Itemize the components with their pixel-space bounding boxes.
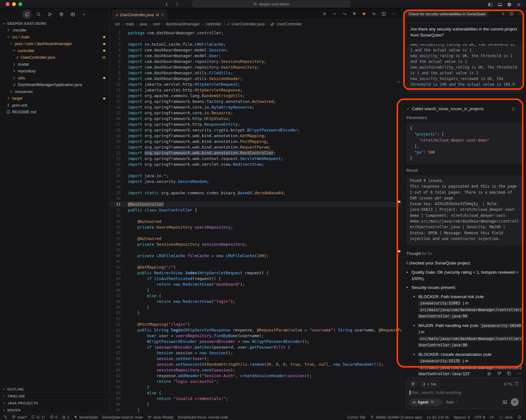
window-grid-icon[interactable] xyxy=(69,10,77,18)
code-line-17[interactable]: 17import org.springframework.http.Respon… xyxy=(110,122,401,127)
split-editor-icon[interactable] xyxy=(381,11,386,17)
status-utf-8[interactable]: UTF-8 xyxy=(475,415,485,419)
code-line-3[interactable]: 3import cn.hutool.cache.file.LRUFileCach… xyxy=(110,42,401,47)
tree-item-repository[interactable]: repository xyxy=(0,68,109,75)
usage-indicator[interactable]: 9.7% xyxy=(504,382,519,386)
code-line-63[interactable]: 63 } xyxy=(110,384,401,390)
code-line-23[interactable]: 23import org.springframework.web.context… xyxy=(110,156,401,162)
tree-item--vscode[interactable]: .vscode xyxy=(0,27,109,34)
status-bell[interactable] xyxy=(517,415,522,419)
tree-item-model[interactable]: model xyxy=(0,61,109,68)
code-line-25[interactable]: 25 xyxy=(110,167,401,173)
code-line-34[interactable]: 34 @Autowired xyxy=(110,219,401,224)
search-icon[interactable] xyxy=(34,10,43,18)
tree-item-target[interactable]: target xyxy=(0,95,109,102)
breadcrumb[interactable]: src›main›java›com›dashboardmanager›contr… xyxy=(110,20,401,29)
status-cursor-tab[interactable]: Cursor Tab xyxy=(347,415,365,419)
code-line-15[interactable]: 15import org.springframework.core.io.Res… xyxy=(110,110,401,116)
tree-item-java-com-dashboardmanager[interactable]: java / com / dashboardmanager xyxy=(0,40,109,47)
sidebar-section-timeline[interactable]: TIMELINE xyxy=(0,392,109,399)
code-line-42[interactable]: 42 @GetMapping("/") xyxy=(110,264,401,270)
code-line-16[interactable]: 16import org.springframework.http.HttpSt… xyxy=(110,116,401,122)
code-line-10[interactable]: 10import jakarta.servlet.http.HttpServle… xyxy=(110,82,401,87)
code-line-53[interactable]: 53 public String login(HttpServletRespon… xyxy=(110,327,401,333)
prompt-input[interactable]: Plan, search, build anything xyxy=(410,390,519,395)
agent-mode-selector[interactable]: ∞ Agent ⌘I ⌃ xyxy=(410,398,442,406)
code-line-1[interactable]: 1package com.dashboardmanager.controller… xyxy=(110,30,401,36)
quality-gate-output[interactable]: new_reliability_rating is OK, the thresh… xyxy=(406,44,523,93)
code-line-36[interactable]: 36 xyxy=(110,230,401,236)
ellipsis-icon[interactable] xyxy=(516,370,522,376)
status-0-1[interactable]: 0↓ 1↑ xyxy=(31,415,46,419)
code-line-31[interactable]: 31@RestController xyxy=(110,202,401,207)
chat-input-box[interactable]: @ 1 Tab 9.7% Plan, search, build anythin… xyxy=(406,377,523,409)
code-line-18[interactable]: 18import org.springframework.security.cr… xyxy=(110,127,401,133)
send-button[interactable] xyxy=(511,398,519,406)
parameters-json[interactable]: { "projects": [ "stretchcloud_deeper-sas… xyxy=(406,123,523,164)
wave-arrow-icon[interactable] xyxy=(341,11,347,17)
tree-item-pom-xml[interactable]: pom.xml xyxy=(0,102,109,109)
claude-spark-icon[interactable] xyxy=(361,11,367,17)
code-line-6[interactable]: 6import com.dashboardmanager.repository.… xyxy=(110,59,401,64)
code-line-35[interactable]: 35 private UsersRepository usersReposito… xyxy=(110,224,401,230)
code-line-49[interactable]: 49 } xyxy=(110,304,401,310)
context-chip[interactable]: 1 Tab xyxy=(419,380,439,387)
code-line-8[interactable]: 8import com.dashboardmanager.utils.FileU… xyxy=(110,70,401,76)
thumbs-up-icon[interactable] xyxy=(486,370,492,376)
code-line-26[interactable]: 26import java.io.*; xyxy=(110,173,401,179)
breadcrumb-item[interactable]: com xyxy=(153,22,160,26)
breadcrumb-item[interactable]: dashboardmanager xyxy=(166,22,200,26)
code-line-66[interactable]: 66 } xyxy=(110,402,401,407)
code-line-14[interactable]: 14import org.springframework.core.io.Byt… xyxy=(110,104,401,110)
chevron-down-icon[interactable] xyxy=(332,11,337,17)
ellipsis-icon[interactable] xyxy=(391,11,396,17)
openai-icon[interactable]: ✻ xyxy=(351,11,357,17)
status-spaces-4[interactable]: Spaces: 4 xyxy=(454,415,470,419)
tree-item-dashboardmanagerapplication-java[interactable]: JDashboardManagerApplication.java xyxy=(0,81,109,88)
thought-duration[interactable]: Thought for 5s xyxy=(406,251,523,256)
code-line-20[interactable]: 20import org.springframework.web.bind.an… xyxy=(110,139,401,144)
copy-icon[interactable] xyxy=(506,370,512,376)
tool-call-header[interactable]: ✓ Called search_sonar_issues_in_projects… xyxy=(406,106,523,112)
code-line-32[interactable]: 32public class UserController { xyxy=(110,207,401,213)
panel-left-icon[interactable] xyxy=(487,2,493,7)
code-line-54[interactable]: 54 User user = usersRepository.findByNam… xyxy=(110,333,401,339)
code-line-50[interactable]: 50 } xyxy=(110,310,401,316)
status-remote[interactable] xyxy=(3,415,8,419)
code-line-48[interactable]: 48 return new RedirectView("login"); xyxy=(110,299,401,304)
thumbs-down-icon[interactable] xyxy=(496,370,502,376)
code-line-52[interactable]: 52 @PostMapping("/login") xyxy=(110,322,401,327)
code-line-47[interactable]: 47 else { xyxy=(110,293,401,299)
chat-tab-title[interactable]: Check for security vulnerabilities in So… xyxy=(406,10,489,17)
status-sonarqube[interactable]: SonarQube xyxy=(73,415,98,419)
code-line-46[interactable]: 46 } xyxy=(110,287,401,293)
code-line-24[interactable]: 24import org.springframework.web.servlet… xyxy=(110,162,401,167)
status-ln-31-col-16[interactable]: Ln 31, Col 16 xyxy=(427,415,449,419)
extensions-icon[interactable] xyxy=(57,10,65,18)
user-message[interactable]: Are there any security vulnerabilities i… xyxy=(406,23,523,41)
code-line-60[interactable]: 60 sessionsRepository.save(session); xyxy=(110,367,401,373)
code-line-11[interactable]: 11import jakarta.servlet.http.HttpServle… xyxy=(110,87,401,93)
compare-icon[interactable] xyxy=(371,11,377,17)
code-line-40[interactable]: 40 private LRUFileCache fileCache = new … xyxy=(110,253,401,259)
breadcrumb-item[interactable]: java xyxy=(140,22,147,26)
shield-icon[interactable] xyxy=(506,2,512,7)
code-line-51[interactable]: 51 xyxy=(110,316,401,322)
panel-bottom-icon[interactable] xyxy=(497,2,503,7)
code-line-61[interactable]: 61 response.addHeader("Session-Auth", cr… xyxy=(110,373,401,379)
sidebar-section-java-projects[interactable]: JAVA PROJECTS xyxy=(0,399,109,406)
gear-icon[interactable] xyxy=(516,2,522,7)
code-line-44[interactable]: 44 if (isAuthenticated(request)) { xyxy=(110,276,401,282)
status-1[interactable]: 1 xyxy=(62,415,69,419)
code-line-38[interactable]: 38 private SessionsRepository sessionsRe… xyxy=(110,242,401,247)
code-line-62[interactable]: 62 return "login successful"; xyxy=(110,379,401,384)
project-root-header[interactable]: DEEPER-SAST-DEMO xyxy=(0,20,109,27)
tree-item-controller[interactable]: controller xyxy=(0,47,109,54)
tree-item-utils[interactable]: utils xyxy=(0,75,109,82)
close-tab-icon[interactable]: × xyxy=(161,12,164,17)
code-line-28[interactable]: 28 xyxy=(110,184,401,190)
close-window-button[interactable] xyxy=(6,2,10,6)
command-search-input[interactable]: deeper-sast-demo xyxy=(192,1,350,7)
forward-arrow-icon[interactable] xyxy=(174,1,180,7)
code-line-65[interactable]: 65 return "invalid credentials!"; xyxy=(110,396,401,402)
